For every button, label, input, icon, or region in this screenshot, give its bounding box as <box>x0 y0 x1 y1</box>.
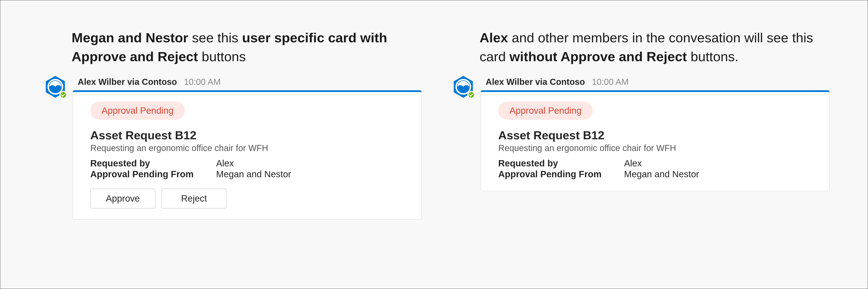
requested-by-label: Requested by <box>90 158 216 168</box>
heading-right: Alex and other members in the convesatio… <box>479 28 825 66</box>
sender-name: Alex Wilber via Contoso <box>486 77 585 87</box>
heading-bold: Alex <box>479 30 508 45</box>
field-row: Approval Pending From Megan and Nestor <box>498 169 812 180</box>
message-timestamp: 10:00 AM <box>592 77 629 87</box>
pending-from-value: Megan and Nestor <box>624 169 699 180</box>
message-row: Alex Wilber via Contoso 10:00 AM Approva… <box>43 75 416 220</box>
message-timestamp: 10:00 AM <box>184 77 221 87</box>
bot-avatar <box>452 75 475 99</box>
heading-text: buttons. <box>687 49 739 64</box>
card-header: Alex Wilber via Contoso 10:00 AM <box>480 75 830 90</box>
field-row: Requested by Alex <box>498 158 812 168</box>
field-row: Requested by Alex <box>90 158 404 168</box>
heading-bold: without Approve and Reject <box>509 49 687 64</box>
card-subtitle: Requesting an ergonomic office chair for… <box>498 143 812 153</box>
heading-text: see this <box>188 30 242 45</box>
card-container: Alex Wilber via Contoso 10:00 AM Approva… <box>480 75 830 191</box>
card-title: Asset Request B12 <box>498 128 812 142</box>
presence-available-icon <box>59 91 67 99</box>
card-container: Alex Wilber via Contoso 10:00 AM Approva… <box>72 75 422 220</box>
presence-available-icon <box>467 91 475 99</box>
requested-by-label: Requested by <box>498 158 624 168</box>
heading-text: buttons <box>198 49 246 64</box>
pending-from-label: Approval Pending From <box>498 169 624 180</box>
heading-bold: Megan and Nestor <box>72 30 188 45</box>
approve-button[interactable]: Approve <box>90 189 155 208</box>
sender-name: Alex Wilber via Contoso <box>78 77 177 87</box>
heading-left: Megan and Nestor see this user specific … <box>72 28 416 66</box>
status-badge: Approval Pending <box>498 101 593 120</box>
card-title: Asset Request B12 <box>90 128 404 142</box>
field-row: Approval Pending From Megan and Nestor <box>90 169 404 180</box>
card-actions: Approve Reject <box>90 189 404 208</box>
requested-by-value: Alex <box>216 158 234 168</box>
column-approvers: Megan and Nestor see this user specific … <box>43 28 416 261</box>
status-badge: Approval Pending <box>90 101 185 120</box>
pending-from-value: Megan and Nestor <box>216 169 291 180</box>
requested-by-value: Alex <box>624 158 642 168</box>
pending-from-label: Approval Pending From <box>90 169 216 180</box>
message-row: Alex Wilber via Contoso 10:00 AM Approva… <box>452 75 825 191</box>
card-header: Alex Wilber via Contoso 10:00 AM <box>72 75 422 90</box>
adaptive-card: Approval Pending Asset Request B12 Reque… <box>480 90 830 191</box>
reject-button[interactable]: Reject <box>161 189 226 208</box>
adaptive-card: Approval Pending Asset Request B12 Reque… <box>72 90 422 220</box>
column-others: Alex and other members in the convesatio… <box>452 28 825 261</box>
bot-avatar <box>43 75 67 99</box>
card-subtitle: Requesting an ergonomic office chair for… <box>90 143 404 153</box>
